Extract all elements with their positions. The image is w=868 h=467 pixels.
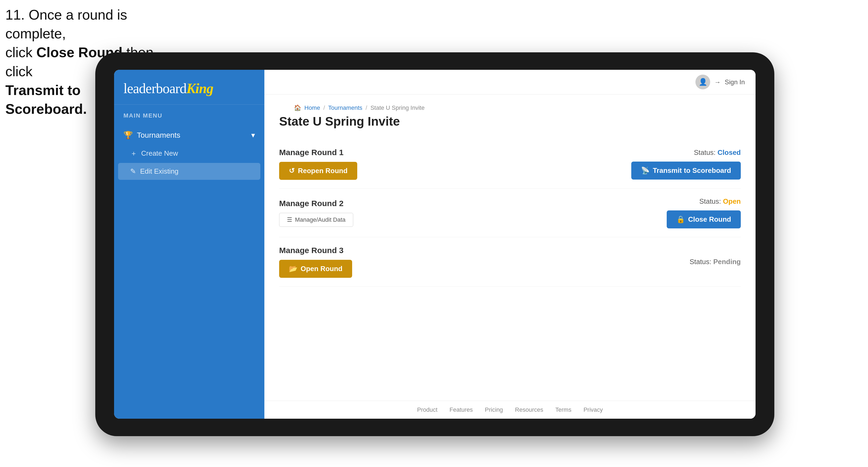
footer-resources[interactable]: Resources: [515, 406, 543, 413]
logo-text: leaderboardKing: [123, 81, 255, 96]
topbar: 👤 → Sign In: [265, 70, 755, 94]
manage-audit-data-button[interactable]: ☰ Manage/Audit Data: [279, 213, 353, 227]
breadcrumb-home[interactable]: Home: [304, 104, 320, 112]
breadcrumb-tournaments[interactable]: Tournaments: [328, 104, 362, 112]
open-round-button[interactable]: 📂 Open Round: [279, 260, 352, 278]
create-new-label: Create New: [141, 149, 178, 158]
instruction-bold2: Transmit to Scoreboard.: [5, 83, 87, 117]
footer-features[interactable]: Features: [450, 406, 473, 413]
avatar: 👤: [695, 74, 710, 89]
reopen-icon: ↺: [289, 167, 295, 175]
close-round-button[interactable]: 🔒 Close Round: [667, 210, 741, 228]
round-3-status: Status: Pending: [689, 258, 741, 266]
sidebar-item-tournaments[interactable]: 🏆 Tournaments ▾: [114, 126, 265, 145]
footer-pricing[interactable]: Pricing: [485, 406, 503, 413]
sidebar: leaderboardKing MAIN MENU 🏆 Tournaments …: [114, 70, 265, 419]
footer-privacy[interactable]: Privacy: [584, 406, 603, 413]
home-icon: 🏠: [294, 104, 301, 112]
main-content: 👤 → Sign In 🏠 Home / Tournaments /: [265, 70, 755, 419]
tablet-device: leaderboardKing MAIN MENU 🏆 Tournaments …: [95, 52, 774, 436]
breadcrumb-sep1: /: [323, 104, 325, 112]
open-icon: 📂: [289, 264, 298, 273]
page-body: 🏠 Home / Tournaments / State U Spring In…: [265, 94, 755, 401]
transmit-to-scoreboard-button[interactable]: 📡 Transmit to Scoreboard: [631, 162, 741, 180]
transmit-icon: 📡: [641, 166, 650, 175]
edit-icon: ✎: [130, 167, 136, 176]
app-footer: Product Features Pricing Resources Terms…: [265, 401, 755, 419]
tournaments-nav-label: Tournaments: [137, 131, 180, 139]
footer-terms[interactable]: Terms: [555, 406, 571, 413]
round-1-status-value: Closed: [717, 148, 741, 156]
instruction-line2: click: [5, 44, 36, 60]
user-icon: 👤: [699, 78, 707, 86]
round-1-title: Manage Round 1: [279, 148, 357, 157]
chevron-icon: ▾: [251, 131, 255, 139]
footer-product[interactable]: Product: [417, 406, 437, 413]
sign-in-arrow-icon: →: [714, 79, 721, 86]
round-3-title: Manage Round 3: [279, 246, 352, 255]
tablet-screen: leaderboardKing MAIN MENU 🏆 Tournaments …: [114, 70, 755, 419]
round-2-status-value: Open: [723, 197, 741, 205]
logo-leaderboard: leaderboard: [123, 81, 186, 96]
round-2-row: Manage Round 2 ☰ Manage/Audit Data Statu…: [279, 189, 741, 237]
lock-icon: 🔒: [676, 215, 685, 224]
app-layout: leaderboardKing MAIN MENU 🏆 Tournaments …: [114, 70, 755, 419]
sidebar-logo: leaderboardKing: [114, 70, 265, 105]
round-2-status: Status: Open: [699, 197, 741, 206]
sidebar-item-edit-existing[interactable]: ✎ Edit Existing: [118, 163, 260, 180]
sign-in-area: 👤 → Sign In: [695, 74, 745, 89]
sidebar-item-create-new[interactable]: ＋ Create New: [114, 145, 265, 162]
reopen-round-button[interactable]: ↺ Reopen Round: [279, 162, 357, 180]
page-title: State U Spring Invite: [279, 114, 741, 129]
breadcrumb: 🏠 Home / Tournaments / State U Spring In…: [279, 98, 741, 114]
edit-existing-label: Edit Existing: [140, 167, 179, 176]
breadcrumb-current: State U Spring Invite: [370, 104, 425, 112]
instruction-line1: 11. Once a round is complete,: [5, 7, 127, 41]
round-3-status-value: Pending: [713, 258, 741, 266]
logo-king: King: [186, 81, 213, 96]
round-1-status: Status: Closed: [694, 148, 741, 157]
round-1-row: Manage Round 1 ↺ Reopen Round Status: Cl…: [279, 139, 741, 189]
round-2-title: Manage Round 2: [279, 199, 353, 208]
audit-icon: ☰: [287, 216, 292, 223]
sign-in-label[interactable]: Sign In: [725, 79, 745, 86]
trophy-icon: 🏆: [123, 131, 133, 139]
plus-icon: ＋: [130, 149, 137, 158]
main-menu-label: MAIN MENU: [114, 105, 265, 123]
sidebar-nav: 🏆 Tournaments ▾ ＋ Create New ✎ Edit Exis…: [114, 123, 265, 183]
round-3-row: Manage Round 3 📂 Open Round Status: Pend…: [279, 237, 741, 287]
breadcrumb-sep2: /: [366, 104, 367, 112]
